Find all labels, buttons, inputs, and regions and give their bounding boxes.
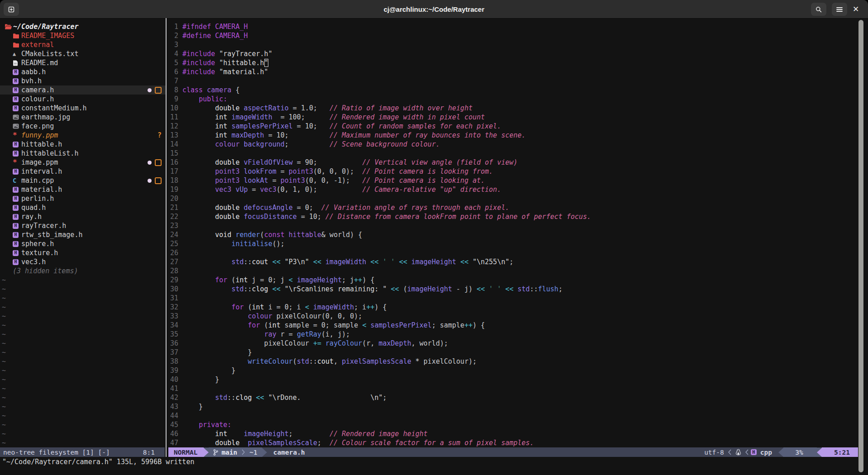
code-line[interactable]: 37 } [167, 348, 868, 357]
scrollbar[interactable] [858, 20, 863, 472]
tree-item[interactable]: Hvec3.h [0, 257, 166, 266]
tree-item[interactable]: README.md [0, 58, 166, 67]
code-line[interactable]: 3 [167, 40, 868, 49]
tree-item-icon-wrap [13, 60, 20, 66]
code-line[interactable]: 28 [167, 266, 868, 276]
code-line[interactable]: 15 [167, 149, 868, 158]
tree-item[interactable]: Hperlin.h [0, 194, 166, 203]
code-line[interactable]: 13 int maxDepth = 10; // Maximum number … [167, 131, 868, 140]
tree-item-icon-wrap: H [13, 105, 20, 111]
new-tab-button[interactable] [4, 3, 19, 16]
tree-item[interactable]: HrayTracer.h [0, 221, 166, 230]
tree-item[interactable]: Hquad.h [0, 203, 166, 212]
code-line[interactable]: 5#include "hittable.h" [167, 58, 868, 67]
tree-item[interactable]: Cmain.cpp [0, 176, 166, 185]
code-line[interactable]: 41 [167, 384, 868, 393]
tree-item[interactable]: *image.ppm [0, 158, 166, 167]
tree-item[interactable]: face.png [0, 122, 166, 131]
close-button[interactable]: ✕ [849, 3, 863, 16]
tree-item-icon-wrap: H [13, 241, 20, 247]
code-line[interactable]: 6#include "material.h" [167, 67, 868, 76]
code-line[interactable]: 2#define CAMERA_H [167, 31, 868, 40]
tree-item[interactable]: Hbvh.h [0, 76, 166, 86]
tree-item-icon-wrap: H [13, 187, 20, 193]
menu-button[interactable] [832, 3, 847, 16]
code-line[interactable]: 19 vec3 vUp = vec3(0, 1, 0); // Camera-r… [167, 185, 868, 194]
tree-item-label: sphere.h [21, 239, 54, 248]
line-number: 26 [167, 248, 178, 257]
code-line[interactable]: 17 point3 lookFrom = point3(0, 0, 0); //… [167, 167, 868, 176]
code-line[interactable]: 21 double defocusAngle = 0; // Variation… [167, 203, 868, 212]
tree-item[interactable]: HconstantMedium.h [0, 104, 166, 113]
tree-item[interactable]: Hmaterial.h [0, 185, 166, 194]
code-line[interactable]: 14 colour background; // Scene backgroun… [167, 140, 868, 149]
code-line[interactable]: 34 for (int sample = 0; sample < samples… [167, 321, 868, 330]
code-line[interactable]: 36 pixelColour += rayColour(r, maxDepth,… [167, 339, 868, 348]
code-line[interactable]: 32 for (int i = 0; i < imageWidth; i++) … [167, 303, 868, 312]
buffer-modified-dot-icon [148, 179, 152, 183]
code-line[interactable]: 18 point3 lookAt = point3(0, 0, -1); // … [167, 176, 868, 185]
code-line[interactable]: 38 writeColour(std::cout, pixelSamplesSc… [167, 357, 868, 366]
empty-line-tilde: ~ [0, 420, 166, 429]
tree-item-icon-wrap: H [13, 151, 20, 157]
code-line[interactable]: 10 double aspectRatio = 1.0; // Ratio of… [167, 104, 868, 113]
tree-item[interactable]: earthmap.jpg [0, 113, 166, 122]
code-line[interactable]: 20 [167, 194, 868, 203]
code-line[interactable]: 25 initialise(); [167, 239, 868, 248]
header-file-icon: H [13, 69, 19, 75]
code-line[interactable]: 45 private: [167, 420, 868, 429]
search-icon [815, 6, 822, 13]
code-line[interactable]: 44 [167, 411, 868, 420]
empty-line-tilde: ~ [0, 375, 166, 384]
new-tab-icon [8, 6, 15, 13]
code-line[interactable]: 12 int samplesPerPixel = 10; // Count of… [167, 122, 868, 131]
code-line[interactable]: 8class camera { [167, 86, 868, 95]
code-line[interactable]: 42 std::clog << "\rDone. \n"; [167, 393, 868, 402]
code-line[interactable]: 24 void render(const hittable& world) { [167, 230, 868, 239]
code-line[interactable]: 7 [167, 76, 868, 86]
tree-item-icon-wrap [13, 42, 20, 48]
code-line[interactable]: 47 double pixelSamplesScale; // Colour s… [167, 438, 868, 447]
tree-item[interactable]: Hinterval.h [0, 167, 166, 176]
code-line[interactable]: 9 public: [167, 95, 868, 104]
tree-item[interactable]: Haabb.h [0, 67, 166, 76]
editor-buffer[interactable]: 1#ifndef CAMERA_H2#define CAMERA_H34#inc… [167, 18, 868, 447]
code-line[interactable]: 27 std::cout << "P3\n" << imageWidth << … [167, 257, 868, 266]
ppm-file-icon: * [13, 131, 17, 140]
tree-item[interactable]: (3 hidden items) [0, 266, 166, 276]
code-line[interactable]: 35 ray r = getRay(i, j); [167, 330, 868, 339]
tree-item[interactable]: ▲CMakeLists.txt [0, 49, 166, 58]
code-line[interactable]: 46 int imageHeight; // Rendered image he… [167, 429, 868, 438]
code-line[interactable]: 30 std::clog << "\rScanlines remaining: … [167, 285, 868, 294]
code-line[interactable]: 16 double vFieldOfView = 90; // Vertical… [167, 158, 868, 167]
code-line[interactable]: 33 colour pixelColour(0, 0, 0); [167, 312, 868, 321]
tree-item[interactable]: HhittableList.h [0, 149, 166, 158]
code-line[interactable]: 40 } [167, 375, 868, 384]
tree-item[interactable]: external [0, 40, 166, 49]
chevron-right-icon [241, 449, 245, 456]
tree-item[interactable]: README_IMAGES [0, 31, 166, 40]
code-line[interactable]: 22 double focusDistance = 10; // Distanc… [167, 212, 868, 221]
code-line[interactable]: 26 [167, 248, 868, 257]
window-title: cj@archlinux:~/Code/Raytracer [0, 0, 868, 18]
tree-item[interactable]: Hcolour.h [0, 95, 166, 104]
code-line[interactable]: 11 int imageWidth = 100; // Rendered ima… [167, 113, 868, 122]
tree-item[interactable]: Hray.h [0, 212, 166, 221]
neotree-status-title: neo-tree filesystem [1] [-] [0, 449, 110, 456]
search-button[interactable] [811, 3, 826, 16]
chevron-left-icon [745, 449, 749, 456]
code-line[interactable]: 1#ifndef CAMERA_H [167, 22, 868, 31]
tree-item[interactable]: Hhittable.h [0, 140, 166, 149]
code-line[interactable]: 4#include "rayTracer.h" [167, 49, 868, 58]
tree-item[interactable]: Htexture.h [0, 248, 166, 257]
tree-item[interactable]: Hrtw_stb_image.h [0, 230, 166, 239]
code-line[interactable]: 43 } [167, 402, 868, 411]
tree-item[interactable]: Hcamera.h [0, 86, 166, 95]
code-line[interactable]: 23 [167, 221, 868, 230]
tree-item[interactable]: Hsphere.h [0, 239, 166, 248]
code-line[interactable]: 31 [167, 294, 868, 303]
code-line[interactable]: 29 for (int j = 0; j < imageHeight; j++)… [167, 276, 868, 285]
tree-item[interactable]: *funny.ppm? [0, 131, 166, 140]
tree-root-item[interactable]: ~/Code/Raytracer [0, 22, 166, 31]
code-line[interactable]: 39 } [167, 366, 868, 375]
